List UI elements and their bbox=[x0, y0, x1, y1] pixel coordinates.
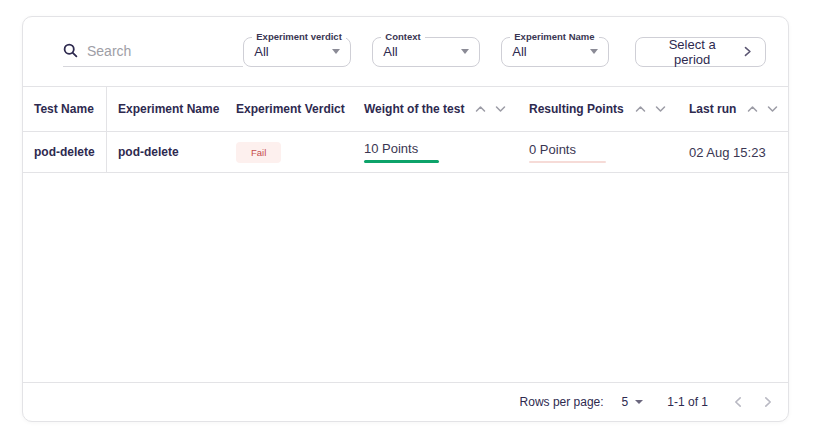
verdict-cell: Fail bbox=[225, 142, 353, 163]
resulting-points-cell: 0 Points bbox=[518, 142, 678, 163]
select-period-button[interactable]: Select a period bbox=[635, 37, 766, 67]
column-label: Test Name bbox=[34, 102, 94, 116]
column-label: Weight of the test bbox=[364, 102, 464, 116]
sort-descending-icon[interactable] bbox=[767, 105, 778, 113]
pagination-range: 1-1 of 1 bbox=[667, 395, 708, 409]
fail-status-badge: Fail bbox=[236, 142, 281, 163]
chevron-left-icon bbox=[734, 396, 742, 408]
sort-ascending-icon[interactable] bbox=[635, 105, 646, 113]
experiment-name-value: All bbox=[512, 44, 526, 59]
column-header-experiment-verdict: Experiment Verdict bbox=[225, 102, 353, 116]
column-header-last-run: Last run bbox=[678, 102, 788, 116]
table-row[interactable]: pod-delete pod-delete Fail 10 Points 0 P… bbox=[23, 132, 788, 173]
dropdown-caret-icon bbox=[635, 400, 643, 404]
search-input[interactable] bbox=[87, 43, 243, 59]
dropdown-caret-icon bbox=[461, 49, 469, 54]
resulting-points-value: 0 Points bbox=[529, 142, 678, 157]
sort-descending-icon[interactable] bbox=[495, 105, 506, 113]
last-run-value: 02 Aug 15:23 bbox=[689, 145, 766, 160]
column-header-experiment-name: Experiment Name bbox=[107, 102, 225, 116]
previous-page-button[interactable] bbox=[734, 396, 742, 408]
experiment-verdict-select[interactable]: Experiment verdict All bbox=[243, 37, 351, 67]
sort-descending-icon[interactable] bbox=[655, 105, 666, 113]
column-label: Experiment Name bbox=[118, 102, 219, 116]
search-icon bbox=[63, 43, 78, 58]
context-label: Context bbox=[381, 31, 424, 42]
pagination-footer: Rows per page: 5 1-1 of 1 bbox=[23, 382, 788, 421]
column-label: Resulting Points bbox=[529, 102, 624, 116]
pagination-controls bbox=[734, 396, 772, 408]
chevron-right-icon bbox=[744, 46, 752, 57]
column-header-test-name: Test Name bbox=[23, 87, 107, 131]
table-header-row: Test Name Experiment Name Experiment Ver… bbox=[23, 86, 788, 132]
sort-controls bbox=[747, 105, 778, 113]
column-header-resulting-points: Resulting Points bbox=[518, 102, 678, 116]
filter-toolbar: Experiment verdict All Context All Exper… bbox=[23, 17, 788, 86]
sort-controls bbox=[475, 105, 506, 113]
resulting-points-progress-bar bbox=[529, 161, 606, 163]
empty-table-area bbox=[23, 173, 788, 382]
select-period-label: Select a period bbox=[649, 37, 735, 67]
column-header-weight: Weight of the test bbox=[353, 102, 518, 116]
dropdown-caret-icon bbox=[590, 49, 598, 54]
search-box[interactable] bbox=[63, 43, 243, 67]
chevron-right-icon bbox=[764, 396, 772, 408]
last-run-cell: 02 Aug 15:23 bbox=[678, 145, 788, 160]
context-select[interactable]: Context All bbox=[372, 37, 480, 67]
experiment-name-value: pod-delete bbox=[118, 145, 179, 159]
experiment-name-select[interactable]: Experiment Name All bbox=[501, 37, 609, 67]
results-table-card: Experiment verdict All Context All Exper… bbox=[22, 16, 789, 422]
filter-dropdowns: Experiment verdict All Context All Exper… bbox=[243, 37, 609, 67]
sort-ascending-icon[interactable] bbox=[475, 105, 486, 113]
column-label: Last run bbox=[689, 102, 736, 116]
test-name-value: pod-delete bbox=[34, 145, 95, 159]
test-name-cell: pod-delete bbox=[23, 132, 107, 172]
rows-per-page-select[interactable]: 5 bbox=[622, 395, 644, 409]
experiment-verdict-label: Experiment verdict bbox=[252, 31, 346, 42]
rows-per-page-label: Rows per page: bbox=[520, 395, 604, 409]
next-page-button[interactable] bbox=[764, 396, 772, 408]
weight-value: 10 Points bbox=[364, 141, 518, 156]
experiment-name-label: Experiment Name bbox=[510, 31, 598, 42]
weight-progress-bar bbox=[364, 160, 439, 163]
column-label: Experiment Verdict bbox=[236, 102, 345, 116]
context-value: All bbox=[383, 44, 397, 59]
weight-cell: 10 Points bbox=[353, 141, 518, 163]
dropdown-caret-icon bbox=[332, 49, 340, 54]
experiment-verdict-value: All bbox=[254, 44, 268, 59]
sort-controls bbox=[635, 105, 666, 113]
rows-per-page-value: 5 bbox=[622, 395, 629, 409]
sort-ascending-icon[interactable] bbox=[747, 105, 758, 113]
experiment-name-cell: pod-delete bbox=[107, 145, 225, 159]
